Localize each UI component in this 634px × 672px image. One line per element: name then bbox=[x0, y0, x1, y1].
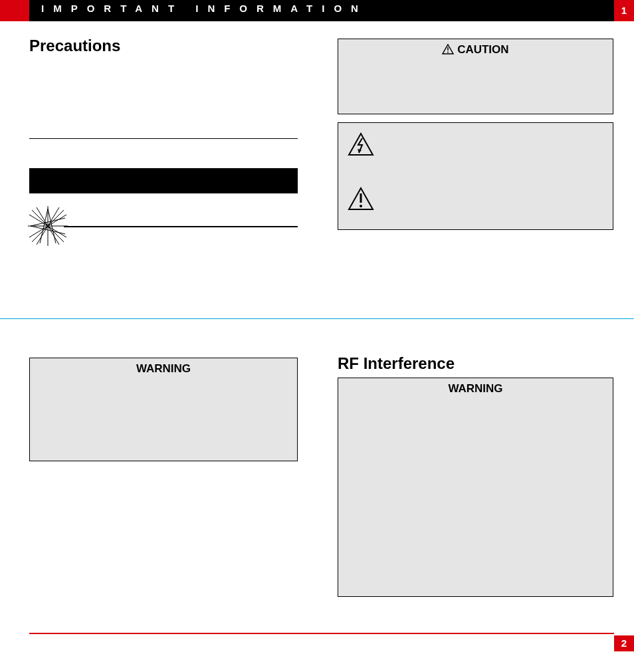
top-page-number: 1 bbox=[614, 0, 634, 21]
warning-right-label: WARNING bbox=[338, 382, 613, 395]
bottom-page-number: 2 bbox=[614, 635, 634, 651]
solid-black-bar bbox=[29, 168, 298, 193]
exclamation-triangle-icon bbox=[348, 187, 374, 213]
thin-rule bbox=[29, 138, 298, 139]
warning-triangle-icon bbox=[442, 44, 454, 58]
top-banner: IMPORTANT INFORMATION 1 bbox=[0, 0, 634, 21]
bottom-rule bbox=[29, 633, 614, 634]
section-divider bbox=[0, 318, 634, 319]
svg-point-7 bbox=[360, 205, 362, 207]
caution-label: CAUTION bbox=[457, 43, 508, 56]
heading-precautions: Precautions bbox=[29, 37, 120, 55]
warning-box-left: WARNING bbox=[29, 358, 298, 461]
banner-title: IMPORTANT INFORMATION bbox=[41, 3, 368, 14]
laser-beam-line bbox=[64, 226, 298, 227]
warning-left-label: WARNING bbox=[30, 362, 297, 376]
electric-shock-icon bbox=[348, 132, 374, 159]
manual-page: IMPORTANT INFORMATION 1 Precautions CAUT… bbox=[0, 0, 634, 672]
caution-header: CAUTION bbox=[338, 43, 613, 58]
warning-box-right: WARNING bbox=[338, 378, 613, 597]
banner-red-left bbox=[0, 0, 29, 21]
icon-meanings-box bbox=[338, 122, 613, 230]
heading-rf-interference: RF Interference bbox=[338, 354, 455, 373]
caution-box: CAUTION bbox=[338, 39, 613, 114]
svg-point-2 bbox=[447, 52, 449, 53]
laser-starburst-icon bbox=[28, 206, 68, 249]
